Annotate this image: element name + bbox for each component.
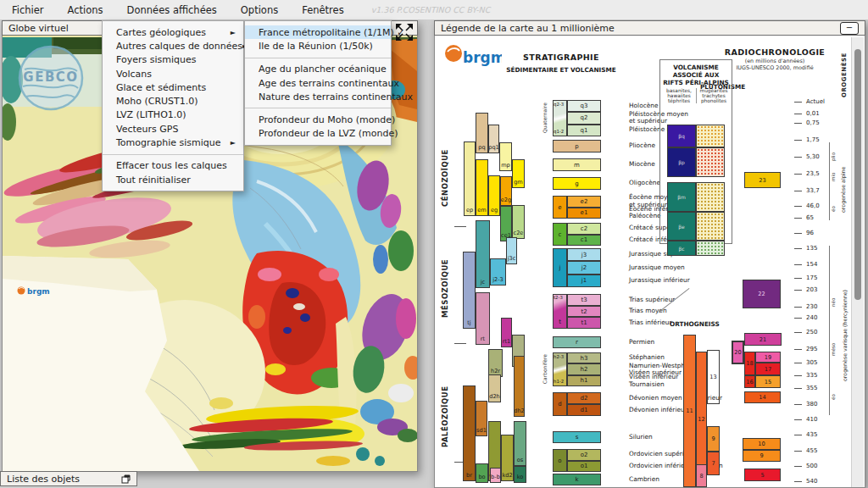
legend-key-o: o xyxy=(553,449,567,472)
menu-item-label: Age du plancher océanique xyxy=(259,64,387,75)
legend-scrollbar[interactable] xyxy=(851,37,864,487)
menu-item-france-m-tropolitaine-1-1m[interactable]: France métropolitaine (1/1M) ✓ xyxy=(245,25,391,39)
radio-tick xyxy=(794,419,802,420)
volcanisme-solid-βe: βe xyxy=(667,212,696,241)
radio-tick xyxy=(794,349,802,350)
svg-text:GEBCO: GEBCO xyxy=(23,69,78,85)
menu-item-moho-crust1-0[interactable]: Moho (CRUST1.0) xyxy=(103,94,243,108)
menu-item-effacer-tous-les-calques[interactable]: Effacer tous les calques xyxy=(103,159,243,173)
era-dash xyxy=(454,226,466,227)
radio-title: RADIOCHRONOLOGIE xyxy=(715,47,834,57)
svg-text:brgm: brgm xyxy=(463,49,502,66)
volcanisme-solid-βm: βm xyxy=(667,182,696,212)
strat-block-b-b: b-b xyxy=(490,468,501,483)
menu-item-cartes-g-ologiques[interactable]: Cartes géologiques► xyxy=(103,25,243,39)
radio-tick-label: 0,75 xyxy=(806,119,820,126)
menu-fenetres[interactable]: Fenêtres xyxy=(290,4,355,16)
menu-item-label: Moho (CRUST1.0) xyxy=(116,96,198,107)
menu-item-volcans[interactable]: Volcans xyxy=(103,67,243,80)
legend-cell-j1: j1 xyxy=(567,274,601,287)
radio-tick xyxy=(794,206,802,207)
menu-fichier[interactable]: Fichier xyxy=(0,4,56,16)
menu-item-tomographie-sismique[interactable]: Tomographie sismique► xyxy=(103,136,243,149)
menu-item-label: Effacer tous les calques xyxy=(116,160,227,171)
radio-tick xyxy=(794,278,802,279)
pluton-block-18: 18 xyxy=(744,352,755,375)
legend-row-label: Jurassique moyen xyxy=(629,261,773,274)
menu-separator xyxy=(103,154,243,155)
menu-item-profondeur-du-moho-monde[interactable]: Profondeur du Moho (monde) xyxy=(245,113,391,126)
legend-cell-h2: h2 xyxy=(567,363,601,374)
menu-item-tout-r-initialiser[interactable]: Tout réinitialiser xyxy=(103,173,243,186)
menu-item-glace-et-s-diments[interactable]: Glace et sédiments xyxy=(103,80,243,94)
radio-tick-label: 355 xyxy=(806,385,817,391)
volcanisme-dotted-βm xyxy=(696,182,725,212)
gebco-logo: GEBCO xyxy=(19,47,82,109)
radio-tick xyxy=(794,174,802,175)
radio-tick xyxy=(794,466,802,467)
radio-tick-label: 33,7 xyxy=(806,187,820,194)
menu-options[interactable]: Options xyxy=(229,4,290,16)
minimize-button[interactable]: − xyxy=(840,22,859,35)
legend-titlebar[interactable]: Légende de la carte au 1 millionième − xyxy=(434,20,865,36)
menu-item-age-du-plancher-oc-anique[interactable]: Age du plancher océanique xyxy=(245,63,391,76)
radio-tick-label: 175 xyxy=(806,274,817,281)
legend-cell-e2: e2 xyxy=(567,196,601,208)
menu-donnees-affichees[interactable]: Données affichées xyxy=(115,4,229,16)
menu-item-nature-des-terrains-continentaux[interactable]: Nature des terrains continentaux xyxy=(245,90,391,103)
era-group-label: Quaternaire xyxy=(542,100,548,136)
restore-window-icon[interactable] xyxy=(121,474,131,484)
radio-tick-label: 250 xyxy=(806,329,817,336)
strat-block-sd1: sd1 xyxy=(476,401,487,436)
menu-item-autres-calques-de-donn-es[interactable]: Autres calques de données► xyxy=(103,39,243,53)
pluton-block-20: 20 xyxy=(732,341,744,364)
radio-tick-label: 435 xyxy=(806,431,817,438)
menu-item-label: Vecteurs GPS xyxy=(116,124,178,135)
pluton-block-10: 10 xyxy=(743,438,781,450)
legend-cell-j3: j3 xyxy=(567,248,601,261)
radio-tick xyxy=(794,191,802,191)
orthogneiss-block-7: 7 xyxy=(707,452,720,475)
volc-title-3: RIFTS PÉRI-ALPINS xyxy=(660,79,732,86)
strat-block-em: em xyxy=(476,159,488,216)
pluton-block-16: 16 xyxy=(744,375,755,388)
legend-cell-t3: t3 xyxy=(567,294,601,306)
orthogneiss-block-9: 9 xyxy=(707,426,720,452)
strat-block-e2g: e2g xyxy=(500,176,512,206)
radio-tick-label: 1,75 xyxy=(806,136,820,143)
volc-left-minerals: basanites, hawaiites téphrites xyxy=(662,88,696,103)
radio-tick xyxy=(794,264,802,265)
legend-scrollbar-thumb[interactable] xyxy=(854,49,861,300)
objects-list-bar[interactable]: Liste des objets xyxy=(0,471,137,486)
menu-item-foyers-sismiques[interactable]: Foyers sismiques xyxy=(103,53,243,67)
menu-item-profondeur-de-la-lvz-monde[interactable]: Profondeur de la LVZ (monde) xyxy=(245,127,391,141)
strat-subtitle: SÉDIMENTAIRE ET VOLCANISME xyxy=(488,66,634,74)
volcanisme-dotted-βc xyxy=(696,241,725,256)
menu-item-lvz-litho1-0[interactable]: LVZ (LITHO1.0) xyxy=(103,108,243,122)
legend-key-bottom-label: h1-2 xyxy=(554,379,564,384)
alpine-orogeny-label: orogenèse alpine xyxy=(840,146,846,234)
menu-item-label: Foyers sismiques xyxy=(116,54,196,65)
radio-tick-label: 295 xyxy=(806,346,817,352)
radio-tick-label: 135 xyxy=(806,245,817,252)
menu-item-ile-de-la-r-union-1-50k[interactable]: Ile de la Réunion (1/50k) xyxy=(245,39,391,53)
legend-key-j: j xyxy=(553,248,567,287)
orthogneiss-title: ORTHOGNEISS xyxy=(670,320,737,328)
radio-tick xyxy=(794,318,802,319)
strat-block-tj: tj xyxy=(463,252,476,329)
legend-key-diag-label: t2-3 xyxy=(554,295,563,300)
legend-cell-c2: c2 xyxy=(567,223,601,235)
strat-block-h2r: h2r xyxy=(488,349,503,377)
radio-tick-label: 23,5 xyxy=(806,170,820,177)
svg-text:brgm: brgm xyxy=(27,287,50,296)
menu-actions[interactable]: Actions xyxy=(56,4,115,16)
legend-key-m: m xyxy=(553,158,601,171)
orogeny-sub-label: éo xyxy=(831,386,836,408)
radio-tick-label: 65 xyxy=(806,214,814,221)
menu-item-vecteurs-gps[interactable]: Vecteurs GPS xyxy=(103,122,243,136)
radio-tick xyxy=(794,404,802,405)
menu-item-age-des-terrains-continentaux[interactable]: Age des terrains continentaux xyxy=(245,76,391,90)
era-label: CÉNOZOÏQUE xyxy=(441,131,449,225)
orthogneiss-block-11: 11 xyxy=(683,335,696,487)
radio-tick-label: 335 xyxy=(806,372,817,379)
